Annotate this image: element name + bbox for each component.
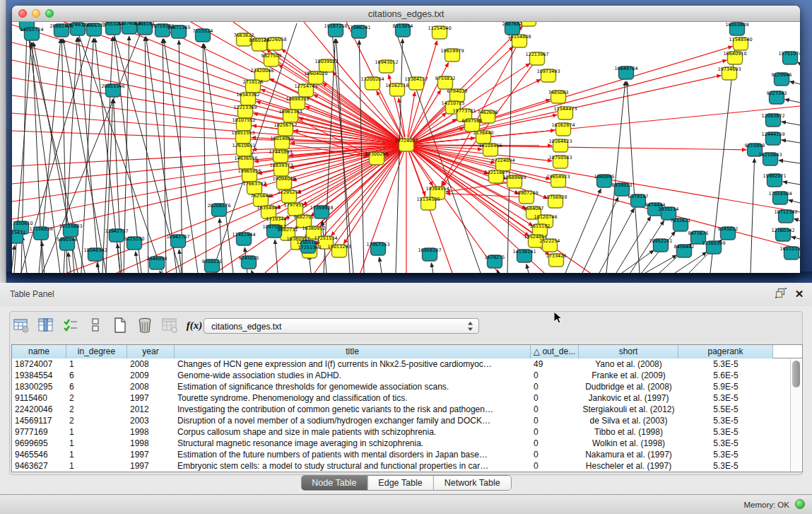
delete-trash-icon[interactable] [136, 316, 154, 334]
table-cell[interactable]: 0 [531, 392, 579, 404]
table-cell[interactable]: Franke et al. (2009) [579, 370, 678, 381]
float-panel-icon[interactable] [774, 288, 788, 300]
table-cell[interactable]: Tourette syndrome. Phenomenology and cla… [175, 392, 531, 404]
table-cell[interactable]: 5.6E-5 [678, 370, 773, 381]
table-scrollbar[interactable] [790, 359, 801, 472]
table-cell[interactable]: Wolkin et al. (1998) [579, 438, 678, 449]
table-cell[interactable]: 0 [531, 370, 579, 381]
column-header-name[interactable]: name [12, 345, 66, 358]
memory-status-indicator[interactable] [795, 499, 805, 509]
table-cell[interactable]: 5.9E-5 [678, 381, 773, 392]
table-cell[interactable]: Structural magnetic resonance image aver… [175, 438, 531, 449]
table-cell[interactable]: 1998 [127, 438, 175, 449]
table-cell[interactable]: Genome-wide association studies in ADHD. [175, 370, 531, 381]
scrollbar-thumb[interactable] [792, 361, 800, 387]
table-cell[interactable]: 22420046 [12, 404, 66, 415]
table-cell[interactable]: Estimation of the future numbers of pati… [175, 449, 531, 460]
table-cell[interactable]: Disruption of a novel member of a sodium… [175, 415, 531, 426]
table-cell[interactable]: 5.3E-5 [678, 392, 773, 404]
table-cell[interactable]: Jankovic et al. (1997) [579, 392, 678, 404]
table-cell[interactable]: 9463627 [12, 460, 66, 472]
table-cell[interactable]: Dudbridge et al. (2008) [579, 381, 678, 392]
column-header-pagerank[interactable]: pagerank [678, 345, 773, 358]
table-cell[interactable]: 1 [66, 460, 127, 472]
table-cell[interactable]: 9699695 [12, 438, 66, 449]
table-row[interactable]: 1456911722003Disruption of a novel membe… [12, 415, 802, 426]
table-cell[interactable]: 1997 [127, 460, 175, 472]
close-panel-icon[interactable]: ✕ [792, 288, 806, 300]
table-cell[interactable]: 9777169 [12, 426, 66, 438]
table-cell[interactable]: 0 [531, 381, 579, 392]
table-cell[interactable]: Embryonic stem cells: a model to study s… [175, 460, 531, 472]
table-cell[interactable]: 18724007 [12, 358, 66, 370]
function-builder-icon[interactable]: f(x) [185, 316, 204, 334]
table-cell[interactable]: 2008 [127, 358, 175, 370]
new-document-icon[interactable] [111, 316, 129, 334]
table-cell[interactable]: Changes of HCN gene expression and I(f) … [175, 358, 531, 370]
select-checks-icon[interactable] [61, 316, 80, 334]
table-row[interactable]: 969969511998Structural magnetic resonanc… [12, 438, 802, 449]
tab-node-table[interactable]: Node Table [301, 476, 367, 490]
column-header-short[interactable]: short [579, 345, 678, 358]
table-cell[interactable]: 6 [66, 381, 127, 392]
table-cell[interactable]: 2008 [127, 381, 175, 392]
table-cell[interactable]: 5.3E-5 [678, 438, 773, 449]
table-cell[interactable]: 5.5E-5 [678, 404, 773, 415]
table-cell[interactable]: 9465546 [12, 449, 66, 460]
table-cell[interactable]: 2 [66, 392, 127, 404]
table-cell[interactable]: 2 [66, 404, 127, 415]
table-select[interactable]: citations_edges.txt [204, 318, 479, 334]
table-cell[interactable]: 5.3E-5 [678, 460, 773, 472]
table-cell[interactable]: 0 [531, 460, 579, 472]
table-cell[interactable]: 1 [66, 438, 127, 449]
network-canvas[interactable]: 1872400718039022166040201275474318698338… [12, 22, 800, 273]
table-cell[interactable]: 2003 [127, 415, 175, 426]
window-titlebar[interactable]: citations_edges.txt [12, 6, 800, 22]
table-cell[interactable]: 1 [66, 449, 127, 460]
table-cell[interactable]: 0 [531, 415, 579, 426]
table-cell[interactable]: 2009 [127, 370, 175, 381]
graph-node[interactable] [522, 22, 536, 26]
tab-network-table[interactable]: Network Table [433, 476, 511, 490]
table-cell[interactable]: Yano et al. (2008) [579, 358, 678, 370]
table-cell[interactable]: Nakamura et al. (1997) [579, 449, 678, 460]
table-cell[interactable]: 0 [531, 449, 579, 460]
table-row[interactable]: 2242004622012Investigating the contribut… [12, 404, 802, 415]
column-select-icon[interactable] [37, 316, 55, 334]
table-row[interactable]: 946554611997Estimation of the future num… [12, 449, 802, 460]
table-cell[interactable]: 5.3E-5 [678, 415, 773, 426]
table-cell[interactable]: 0 [531, 438, 579, 449]
table-cell[interactable]: 0 [531, 426, 579, 438]
table-cell[interactable]: 9115460 [12, 392, 66, 404]
table-cell[interactable]: 5.3E-5 [678, 426, 773, 438]
table-cell[interactable]: 1998 [127, 426, 175, 438]
table-cell[interactable]: 6 [66, 370, 127, 381]
row-format-icon[interactable] [86, 316, 105, 334]
table-row[interactable]: 946362711997Embryonic stem cells: a mode… [12, 460, 802, 472]
column-header-in_degree[interactable]: in_degree [66, 345, 127, 358]
table-settings-icon[interactable] [12, 316, 30, 334]
network-graph[interactable]: 1872400718039022166040201275474318698338… [12, 22, 800, 273]
table-row[interactable]: 911546021997Tourette syndrome. Phenomeno… [12, 392, 802, 404]
table-cell[interactable]: 1 [66, 426, 127, 438]
table-cell[interactable]: 2 [66, 415, 127, 426]
table-row[interactable]: 1830029562008Estimation of significance … [12, 381, 802, 392]
table-cell[interactable]: 5.3E-5 [678, 358, 773, 370]
table-row[interactable]: 977716911998Corpus callosum shape and si… [12, 426, 802, 438]
column-header-title[interactable]: title [175, 345, 531, 358]
table-cell[interactable]: 5.3E-5 [678, 449, 773, 460]
table-cell[interactable]: 1 [66, 358, 127, 370]
table-cell[interactable]: Estimation of significance thresholds fo… [175, 381, 531, 392]
table-cell[interactable]: de Silva et al. (2003) [579, 415, 678, 426]
table-cell[interactable]: 1997 [127, 449, 175, 460]
table-cell[interactable]: Hescheler et al. (1997) [579, 460, 678, 472]
table-cell[interactable]: Investigating the contribution of common… [175, 404, 531, 415]
table-cell[interactable]: 2012 [127, 404, 175, 415]
table-cell[interactable]: 18300295 [12, 381, 66, 392]
table-cell[interactable]: 0 [531, 404, 579, 415]
table-cell[interactable]: Tibbo et al. (1998) [579, 426, 678, 438]
table-cell[interactable]: Stergiakouli et al. (2012) [579, 404, 678, 415]
table-cell[interactable]: 19384554 [12, 370, 66, 381]
table-row[interactable]: 1872400712008Changes of HCN gene express… [12, 358, 802, 370]
table-cell[interactable]: 14569117 [12, 415, 66, 426]
